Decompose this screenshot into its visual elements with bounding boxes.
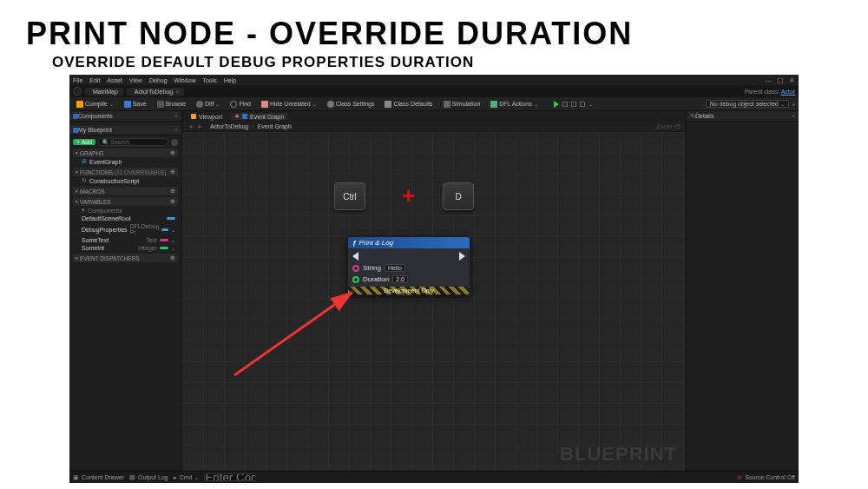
node-header[interactable]: ƒPrint & Log xyxy=(348,237,470,248)
duration-label: Duration xyxy=(363,275,389,283)
parent-class-label: Parent class: Actor xyxy=(745,89,795,95)
cmd-selector[interactable]: ▸Cmd⌄ xyxy=(174,474,200,481)
window-close-icon[interactable]: ✕ xyxy=(789,76,795,84)
slide-title: PRINT NODE - OVERRIDE DURATION xyxy=(0,0,868,52)
menu-edit[interactable]: Edit xyxy=(89,77,100,83)
menu-help[interactable]: Help xyxy=(224,77,236,83)
menu-window[interactable]: Window xyxy=(174,77,196,83)
diff-button[interactable]: Diff⌄ xyxy=(193,100,223,109)
duration-pin[interactable] xyxy=(352,276,359,283)
string-value-input[interactable]: Hello xyxy=(385,264,405,272)
step-icon[interactable] xyxy=(562,102,568,107)
menu-tools[interactable]: Tools xyxy=(202,77,216,83)
map-tab[interactable]: MainMap xyxy=(85,88,123,96)
ctrl-key-icon: Ctrl xyxy=(334,182,365,210)
variable-group[interactable]: ▾ Components xyxy=(73,206,178,215)
dfl-actions-button[interactable]: DFL Actions⌄ xyxy=(487,100,541,109)
menu-file[interactable]: File xyxy=(73,77,82,83)
find-button[interactable]: Find xyxy=(227,100,254,109)
simulation-button[interactable]: Simulation xyxy=(440,100,484,109)
graph-canvas[interactable]: Ctrl + D ƒPrint & Log xyxy=(182,132,686,471)
details-panel-tab[interactable]: ✎ Details× xyxy=(687,111,799,122)
menu-asset[interactable]: Asset xyxy=(107,77,122,83)
exec-in-pin[interactable] xyxy=(352,252,358,261)
eventgraph-item[interactable]: ⊞EventGraph xyxy=(73,157,178,166)
constructionscript-item[interactable]: ↻ConstructionScript xyxy=(73,176,178,185)
output-log-button[interactable]: ▤Output Log xyxy=(129,474,168,481)
content-drawer-button[interactable]: ▣Content Drawer xyxy=(73,474,124,481)
string-pin[interactable] xyxy=(352,265,359,272)
hide-unrelated-button[interactable]: Hide Unrelated⌄ xyxy=(258,100,320,109)
status-bar: ▣Content Drawer ▤Output Log ▸Cmd⌄ ⊘Sourc… xyxy=(69,471,799,483)
toolbar-overflow-icon[interactable]: » xyxy=(792,102,795,107)
source-control-button[interactable]: ⊘Source Control Off xyxy=(737,474,795,481)
duration-value-input[interactable]: 2.0 xyxy=(392,275,408,283)
blueprint-settings-icon[interactable] xyxy=(171,139,178,146)
play-icon[interactable] xyxy=(554,101,559,108)
window-minimize-icon[interactable]: — xyxy=(765,76,772,84)
string-label: String xyxy=(363,264,381,272)
breadcrumb: ◄ ► ActorToDebug › Event Graph Zoom +5 xyxy=(182,122,686,132)
compile-button[interactable]: Compile⌄ xyxy=(73,100,117,109)
ue-logo-icon xyxy=(73,87,82,96)
event-graph-tab[interactable]: ★Event Graph xyxy=(231,113,287,120)
viewport-tab[interactable]: Viewport xyxy=(187,114,226,120)
graph-tab-row: Viewport ★Event Graph xyxy=(182,111,686,122)
play-options-icon[interactable]: ⌄ xyxy=(589,101,593,107)
node-expand-icon[interactable]: ⌄ xyxy=(406,290,411,297)
my-blueprint-panel-tab[interactable]: My Blueprint× xyxy=(69,125,181,135)
menu-debug[interactable]: Debug xyxy=(149,77,168,83)
print-log-node[interactable]: ƒPrint & Log String Hello xyxy=(347,236,470,295)
add-button[interactable]: + Add xyxy=(73,139,95,145)
document-tabs: MainMap ActorToDebug× Parent class: Acto… xyxy=(69,85,799,97)
components-panel-tab[interactable]: Components× xyxy=(69,111,181,122)
var-defaultsceneroot[interactable]: DefaultSceneRoot xyxy=(73,215,178,222)
class-settings-button[interactable]: Class Settings xyxy=(324,100,378,109)
var-debugproperties[interactable]: DebugPropertiesDFLDebug Pr⌄ xyxy=(73,222,178,236)
step2-icon[interactable] xyxy=(571,102,576,107)
exec-out-pin[interactable] xyxy=(459,252,465,261)
window-maximize-icon[interactable]: ▢ xyxy=(777,76,784,84)
annotation-arrow-icon xyxy=(226,280,365,384)
var-sometext[interactable]: SomeTextText⌄ xyxy=(73,236,178,244)
debug-object-selector[interactable]: No debug object selected ⌄ xyxy=(706,100,789,108)
graph-watermark: BLUEPRINT xyxy=(560,443,677,466)
plus-icon: + xyxy=(402,182,415,209)
slide-subtitle: OVERRIDE DEFAULT DEBUG PROPERTIES DURATI… xyxy=(0,52,868,71)
var-someint[interactable]: SomeIntInteger⌄ xyxy=(73,244,178,252)
menu-bar: File Edit Asset View Debug Window Tools … xyxy=(69,75,799,85)
svg-line-0 xyxy=(234,293,352,375)
parent-class-link[interactable]: Actor xyxy=(781,89,795,95)
ue-editor-window: File Edit Asset View Debug Window Tools … xyxy=(69,75,799,483)
browse-button[interactable]: Browse xyxy=(154,100,189,109)
crumb-root[interactable]: ActorToDebug xyxy=(210,123,248,129)
crumb-graph[interactable]: Event Graph xyxy=(258,123,292,129)
class-defaults-button[interactable]: Class Defaults xyxy=(381,100,436,109)
main-toolbar: Compile⌄ Save Browse Diff⌄ Find Hide Unr… xyxy=(69,97,799,111)
functions-section[interactable]: FUNCTIONS (21 OVERRIDABLE)⊕ xyxy=(73,168,178,176)
menu-view[interactable]: View xyxy=(129,77,142,83)
variables-section[interactable]: VARIABLES⊕ xyxy=(73,197,178,206)
console-command-input[interactable] xyxy=(204,473,256,481)
graphs-section[interactable]: GRAPHS⊕ xyxy=(73,149,178,157)
save-button[interactable]: Save xyxy=(121,100,150,109)
macros-section[interactable]: MACROS⊕ xyxy=(73,187,178,195)
d-key-icon: D xyxy=(443,182,474,210)
blueprint-tab[interactable]: ActorToDebug× xyxy=(127,88,184,96)
zoom-level: Zoom +5 xyxy=(656,123,681,129)
crumb-nav-fwd-icon[interactable]: ► xyxy=(197,123,203,129)
blueprint-search-input[interactable]: 🔍 Search xyxy=(98,138,168,146)
crumb-nav-back-icon[interactable]: ◄ xyxy=(187,123,194,129)
event-dispatchers-section[interactable]: EVENT DISPATCHERS⊕ xyxy=(73,254,178,262)
stop-icon[interactable] xyxy=(580,102,585,107)
